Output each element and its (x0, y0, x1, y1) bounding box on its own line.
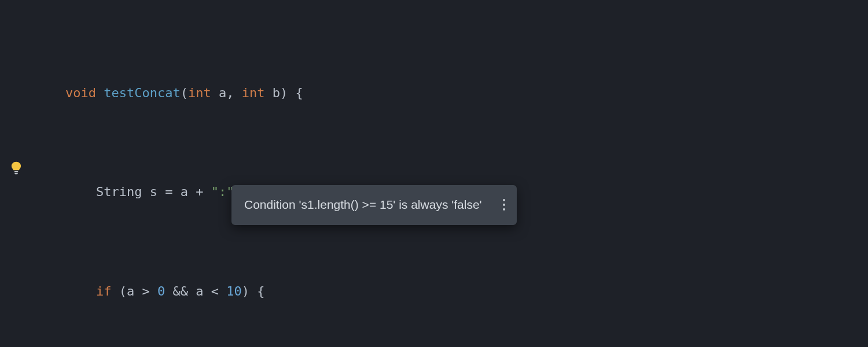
more-actions-icon[interactable] (503, 199, 505, 211)
svg-rect-0 (14, 171, 19, 172)
keyword-if: if (96, 284, 112, 298)
intention-bulb-icon[interactable] (10, 161, 23, 176)
code-editor[interactable]: void testConcat(int a, int b) { String s… (0, 0, 868, 347)
punct: ) { (280, 86, 303, 100)
tooltip-text: Condition 's1.length() >= 15' is always … (244, 193, 482, 217)
code-block: void testConcat(int a, int b) { String s… (0, 6, 868, 347)
code-line[interactable]: if (a > 0 && a < 10) { (0, 279, 868, 304)
inspection-tooltip[interactable]: Condition 's1.length() >= 15' is always … (231, 185, 517, 225)
keyword-int: int (242, 86, 265, 100)
code-text: String s = a + (96, 184, 211, 199)
param-b: b (264, 86, 280, 100)
keyword-int: int (188, 86, 211, 100)
svg-rect-1 (14, 173, 18, 174)
method-name: testConcat (104, 86, 180, 100)
punct: , (226, 86, 242, 100)
string-literal: ":" (211, 184, 234, 199)
number-literal: 10 (226, 284, 242, 298)
number-literal: 0 (157, 284, 165, 298)
punct: ( (181, 86, 188, 100)
code-line[interactable]: void testConcat(int a, int b) { (0, 80, 868, 105)
param-a: a (211, 86, 227, 100)
keyword-void: void (65, 86, 96, 100)
